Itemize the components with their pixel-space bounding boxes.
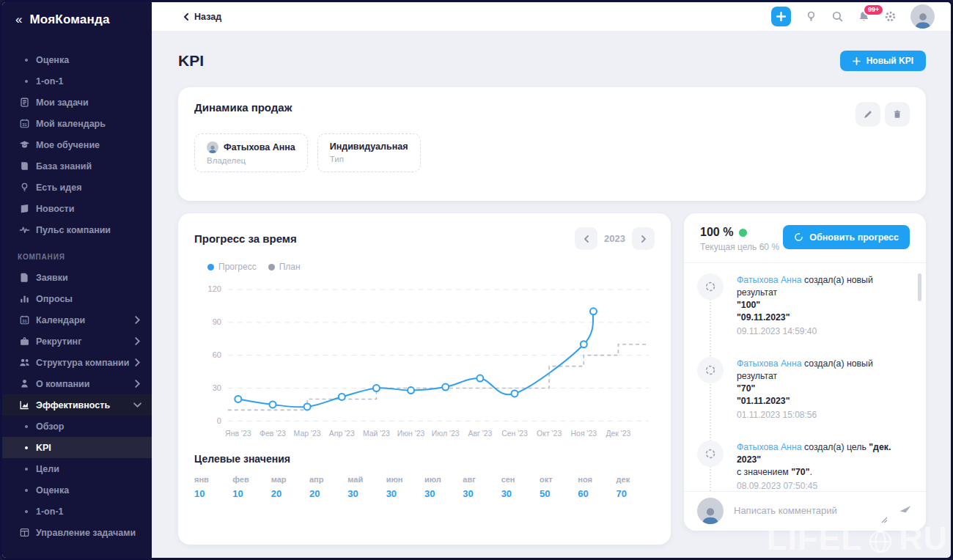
- plus-icon: [853, 57, 861, 65]
- target-month-label: июн: [386, 475, 424, 484]
- delete-button[interactable]: [885, 102, 910, 127]
- sidebar-item-оценка[interactable]: Оценка: [2, 479, 152, 501]
- bullet-dot-icon: [23, 506, 30, 517]
- feed-text: с значением: [737, 467, 791, 477]
- sidebar-item-новости[interactable]: Новости: [2, 198, 152, 219]
- line-chart: 0306090120Янв '23Фев '23Мар '23Апр '23Ма…: [194, 278, 655, 444]
- feed-item-text: Фатыхова Анна создал(а) цель "дек. 2023"…: [737, 441, 911, 491]
- sidebar-item-1-on-1[interactable]: 1-on-1: [2, 70, 152, 92]
- sidebar-item-1-on-1[interactable]: 1-on-1: [2, 501, 152, 522]
- chevron-down-icon: [133, 401, 141, 409]
- send-comment-icon[interactable]: [898, 504, 913, 518]
- sidebar-item-мой-календарь[interactable]: 31Мой календарь: [2, 113, 152, 134]
- topbar: Назад 99+: [152, 2, 951, 32]
- svg-text:Авг '23: Авг '23: [468, 430, 492, 438]
- bulb-icon: [18, 182, 30, 194]
- target-cell-июл: июл30: [424, 475, 463, 499]
- feed-scrollbar[interactable]: [918, 273, 921, 301]
- idea-bulb-icon[interactable]: [805, 10, 817, 23]
- feed-bold-value: "100": [737, 300, 760, 310]
- sidebar-item-мои-задачи[interactable]: Мои задачи: [2, 92, 152, 113]
- bullet-dot-icon: [23, 463, 30, 475]
- graduation-icon: [18, 139, 30, 151]
- chevron-left-icon: [183, 13, 190, 21]
- sidebar-item-цели[interactable]: Цели: [2, 458, 152, 479]
- feed-item-text: Фатыхова Анна создал(а) новый результат"…: [737, 357, 911, 421]
- sidebar-item-опросы[interactable]: Опросы: [2, 288, 152, 309]
- svg-text:Сен '23: Сен '23: [501, 430, 528, 438]
- clipboard-icon: [18, 97, 30, 108]
- next-year-button[interactable]: [632, 227, 655, 250]
- pencil-icon: [863, 109, 873, 119]
- sidebar-item-эффективность[interactable]: Эффективность: [2, 394, 152, 416]
- target-month-label: май: [347, 475, 386, 484]
- sidebar-item-структура-компании[interactable]: Структура компании: [2, 352, 152, 373]
- plus-icon: [776, 12, 786, 21]
- sidebar-collapse-icon[interactable]: «: [15, 12, 22, 27]
- sidebar: « МояКоманда Оценка1-on-1Мои задачи31Мой…: [2, 2, 152, 558]
- sidebar-item-label: Мой календарь: [36, 119, 106, 129]
- new-kpi-button[interactable]: Новый KPI: [840, 51, 926, 71]
- news-icon: [18, 203, 30, 215]
- sidebar-item-label: Оценка: [36, 55, 69, 65]
- feed-item: Фатыхова Анна создал(а) цель "дек. 2023"…: [697, 441, 911, 491]
- sidebar-item-управление-задачами[interactable]: Управление задачами: [2, 522, 152, 543]
- sidebar-item-мое-обучение[interactable]: Мое обучение: [2, 134, 152, 155]
- sidebar-item-о-компании[interactable]: О компании: [2, 373, 152, 394]
- legend-plan[interactable]: План: [268, 262, 301, 272]
- settings-gear-icon[interactable]: [884, 10, 897, 23]
- sidebar-item-рекрутинг[interactable]: Рекрутинг: [2, 331, 152, 352]
- bars-icon: [18, 293, 30, 305]
- svg-text:90: 90: [213, 317, 221, 326]
- owner-name: Фатыхова Анна: [224, 142, 295, 152]
- type-box[interactable]: Индивидуальная Тип: [317, 133, 421, 172]
- sidebar-header: « МояКоманда: [2, 2, 152, 34]
- feed-user-link[interactable]: Фатыхова Анна: [737, 442, 802, 452]
- notifications-bell-icon[interactable]: 99+: [858, 10, 870, 23]
- sidebar-item-label: Управление задачами: [36, 528, 136, 538]
- target-value: 30: [424, 488, 463, 499]
- comment-input[interactable]: [734, 504, 871, 517]
- sidebar-item-база-знаний[interactable]: База знаний: [2, 155, 152, 177]
- sidebar-item-label: Оценка: [36, 485, 69, 495]
- owner-box[interactable]: Фатыхова Анна Владелец: [194, 133, 308, 172]
- add-button[interactable]: [771, 7, 791, 26]
- user-icon: [18, 378, 30, 390]
- sidebar-item-пульс-компании[interactable]: Пульс компании: [2, 219, 152, 240]
- sidebar-item-label: Эффективность: [36, 400, 110, 410]
- sidebar-item-календари[interactable]: 31Календари: [2, 309, 152, 331]
- bullet-dot-icon: [23, 421, 30, 432]
- search-icon[interactable]: [831, 10, 844, 23]
- board-icon: [18, 527, 30, 539]
- user-avatar[interactable]: [910, 4, 935, 29]
- sidebar-item-есть-идея[interactable]: Есть идея: [2, 177, 152, 198]
- feed-user-link[interactable]: Фатыхова Анна: [737, 275, 802, 285]
- sidebar-item-kpi[interactable]: KPI: [2, 437, 152, 458]
- target-cell-авг: авг30: [463, 475, 501, 499]
- progress-panel: 100 % Текущая цель 60 % Обновить прогрес…: [684, 213, 926, 531]
- resize-grip-icon[interactable]: [881, 517, 888, 523]
- legend-progress[interactable]: Прогресс: [207, 262, 257, 272]
- sidebar-item-оценка[interactable]: Оценка: [2, 49, 152, 70]
- sidebar-item-обзор[interactable]: Обзор: [2, 416, 152, 437]
- update-progress-button[interactable]: Обновить прогресс: [783, 225, 910, 249]
- feed-user-link[interactable]: Фатыхова Анна: [737, 358, 802, 369]
- edit-button[interactable]: [856, 102, 880, 127]
- target-value: 70: [617, 488, 655, 499]
- activity-feed: Фатыхова Анна создал(а) новый результат"…: [684, 263, 926, 491]
- target-value: 20: [309, 488, 347, 499]
- progress-value: 100 %: [700, 226, 733, 239]
- back-button[interactable]: Назад: [183, 12, 221, 22]
- feed-item: Фатыхова Анна создал(а) новый результат"…: [697, 273, 911, 338]
- target-month-label: июл: [424, 475, 463, 484]
- feed-item: Фатыхова Анна создал(а) новый результат"…: [697, 357, 911, 421]
- page-header: KPI Новый KPI: [178, 51, 926, 71]
- svg-text:60: 60: [213, 350, 221, 359]
- sidebar-item-заявки[interactable]: Заявки: [2, 267, 152, 288]
- svg-text:Янв '23: Янв '23: [225, 430, 251, 438]
- feed-timestamp: 01.11.2023 15:08:56: [737, 409, 911, 421]
- prev-year-button[interactable]: [575, 227, 597, 250]
- chevron-left-icon: [583, 235, 590, 243]
- svg-text:Дек '23: Дек '23: [606, 430, 630, 438]
- target-month-label: апр: [309, 475, 347, 484]
